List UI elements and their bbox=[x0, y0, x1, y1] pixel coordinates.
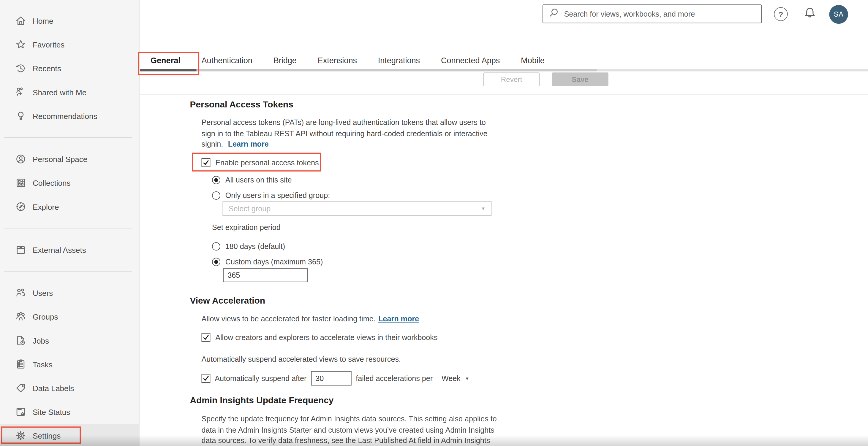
admin-insights-description-line: data sources. To verify data freshness, … bbox=[202, 435, 497, 446]
compass-icon bbox=[15, 201, 26, 212]
allow-acceleration-checkbox[interactable] bbox=[202, 333, 211, 342]
all-users-radio[interactable] bbox=[212, 176, 220, 184]
star-icon bbox=[15, 39, 26, 50]
days-180-radio[interactable] bbox=[212, 242, 220, 251]
help-button[interactable]: ? bbox=[774, 7, 788, 21]
pat-description-line: Personal access tokens (PATs) are long-l… bbox=[202, 117, 488, 128]
admin-insights-description-line: data in the Admin Insights Starter and c… bbox=[202, 425, 497, 435]
sidebar-item-site-status[interactable]: Site Status bbox=[0, 400, 140, 424]
chevron-down-icon: ▼ bbox=[481, 206, 486, 211]
group-select-placeholder: Select group bbox=[229, 204, 271, 213]
site-status-icon bbox=[15, 406, 26, 417]
sidebar-item-label: Site Status bbox=[33, 407, 70, 416]
gear-icon bbox=[15, 430, 26, 441]
tab-connected-apps[interactable]: Connected Apps bbox=[441, 56, 500, 65]
sidebar-item-users[interactable]: Users bbox=[0, 281, 140, 305]
auto-suspend-label: Automatically suspend after bbox=[215, 374, 306, 382]
view-acceleration-description: Allow views to be accelerated for faster… bbox=[202, 315, 376, 323]
custom-days-label: Custom days (maximum 365) bbox=[225, 258, 323, 266]
sidebar-item-label: Recommendations bbox=[33, 111, 97, 121]
person-circle-icon bbox=[15, 153, 26, 165]
admin-insights-description-line: Specify the update frequency for Admin I… bbox=[202, 414, 497, 424]
tasks-icon bbox=[15, 358, 26, 370]
pat-description-line: sign in to the Tableau REST API without … bbox=[202, 128, 488, 139]
allow-acceleration-row: Allow creators and explorers to accelera… bbox=[202, 333, 438, 342]
notifications-button[interactable] bbox=[802, 6, 817, 24]
revert-button[interactable]: Revert bbox=[483, 72, 539, 87]
sidebar-item-shared-with-me[interactable]: Shared with Me bbox=[0, 80, 140, 104]
tab-mobile[interactable]: Mobile bbox=[521, 56, 545, 65]
sidebar-item-settings[interactable]: Settings bbox=[0, 424, 140, 446]
tab-general[interactable]: General bbox=[151, 56, 181, 65]
sidebar-item-label: Tasks bbox=[33, 360, 53, 369]
sidebar-item-collections[interactable]: Collections bbox=[0, 171, 140, 195]
custom-days-radio[interactable] bbox=[212, 258, 220, 266]
active-tab-underline bbox=[140, 69, 196, 71]
suspend-threshold-input[interactable] bbox=[311, 371, 351, 385]
enable-pat-row: Enable personal access tokens bbox=[202, 158, 319, 167]
home-icon bbox=[15, 15, 26, 26]
sidebar-item-recommendations[interactable]: Recommendations bbox=[0, 104, 140, 128]
sidebar-item-label: Data Labels bbox=[33, 384, 74, 392]
sidebar-divider bbox=[4, 137, 132, 138]
tab-extensions[interactable]: Extensions bbox=[318, 56, 357, 65]
auto-suspend-checkbox[interactable] bbox=[202, 374, 211, 383]
external-assets-icon bbox=[15, 244, 26, 255]
recents-icon bbox=[15, 63, 26, 74]
days-180-label: 180 days (default) bbox=[225, 242, 285, 251]
period-chevron-down-icon[interactable]: ▼ bbox=[465, 376, 469, 381]
suspend-note: Automatically suspend accelerated views … bbox=[202, 355, 401, 364]
sidebar-item-personal-space[interactable]: Personal Space bbox=[0, 147, 140, 171]
sidebar: Home Favorites Recents Shared with Me bbox=[0, 0, 140, 446]
sidebar-item-groups[interactable]: Groups bbox=[0, 305, 140, 329]
lightbulb-icon bbox=[15, 110, 26, 122]
sidebar-item-explore[interactable]: Explore bbox=[0, 195, 140, 218]
sidebar-nav-list: Home Favorites Recents Shared with Me bbox=[0, 9, 140, 446]
sidebar-item-jobs[interactable]: Jobs bbox=[0, 329, 140, 352]
sidebar-item-label: Personal Space bbox=[33, 155, 87, 164]
tab-integrations[interactable]: Integrations bbox=[378, 56, 420, 65]
collections-icon bbox=[15, 177, 26, 189]
sidebar-item-label: Groups bbox=[33, 312, 58, 321]
custom-days-input[interactable] bbox=[223, 268, 308, 282]
search-icon bbox=[549, 8, 559, 20]
pat-description: Personal access tokens (PATs) are long-l… bbox=[202, 117, 488, 149]
pat-description-line-with-link: signin. Learn more bbox=[202, 139, 488, 149]
sidebar-item-label: Explore bbox=[33, 202, 59, 211]
pat-learn-more-link[interactable]: Learn more bbox=[228, 140, 269, 148]
settings-tab-bar: General Authentication Bridge Extensions… bbox=[151, 54, 545, 67]
expiration-default-row: 180 days (default) bbox=[212, 242, 285, 251]
pat-scope-group-row: Only users in a specified group: bbox=[212, 192, 330, 200]
suspend-suffix-label: failed accelerations per bbox=[356, 374, 433, 382]
tab-bridge[interactable]: Bridge bbox=[274, 56, 297, 65]
all-users-label: All users on this site bbox=[225, 176, 292, 184]
save-button[interactable]: Save bbox=[552, 72, 609, 87]
admin-insights-title: Admin Insights Update Frequency bbox=[190, 396, 334, 406]
specified-group-label: Only users in a specified group: bbox=[225, 192, 330, 200]
suspend-period-value: Week bbox=[441, 374, 461, 382]
specified-group-radio[interactable] bbox=[212, 192, 220, 200]
shared-with-me-icon bbox=[15, 87, 26, 98]
view-acceleration-learn-more-link[interactable]: Learn more bbox=[378, 315, 419, 323]
global-search[interactable] bbox=[542, 4, 762, 23]
user-avatar[interactable]: SA bbox=[829, 5, 848, 24]
suspend-note-row: Automatically suspend accelerated views … bbox=[202, 355, 401, 364]
allow-acceleration-label: Allow creators and explorers to accelera… bbox=[215, 333, 437, 342]
enable-pat-label: Enable personal access tokens bbox=[215, 159, 319, 167]
jobs-icon bbox=[15, 335, 26, 346]
sidebar-item-recents[interactable]: Recents bbox=[0, 56, 140, 80]
sidebar-item-label: Shared with Me bbox=[33, 88, 86, 97]
sidebar-item-favorites[interactable]: Favorites bbox=[0, 33, 140, 56]
group-select-dropdown[interactable]: Select group ▼ bbox=[222, 202, 492, 216]
sidebar-item-external-assets[interactable]: External Assets bbox=[0, 238, 140, 262]
sidebar-item-label: Users bbox=[33, 288, 53, 297]
sidebar-item-data-labels[interactable]: Data Labels bbox=[0, 376, 140, 400]
sidebar-item-tasks[interactable]: Tasks bbox=[0, 352, 140, 376]
enable-pat-checkbox[interactable] bbox=[202, 158, 211, 167]
sidebar-item-label: Jobs bbox=[33, 336, 49, 345]
tab-authentication[interactable]: Authentication bbox=[202, 56, 252, 65]
search-input[interactable] bbox=[563, 9, 761, 19]
sidebar-item-label: Home bbox=[33, 16, 54, 25]
sidebar-item-home[interactable]: Home bbox=[0, 9, 140, 33]
auto-suspend-row: Automatically suspend after failed accel… bbox=[202, 371, 469, 385]
